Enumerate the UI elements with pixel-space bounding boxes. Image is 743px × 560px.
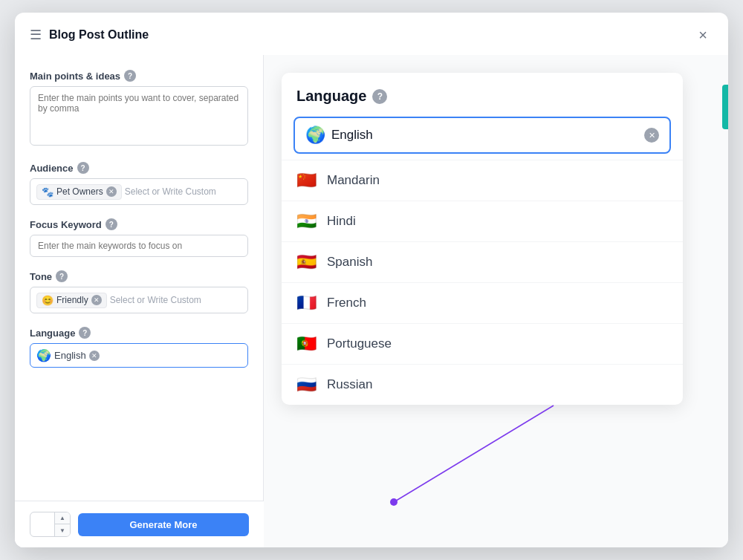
russian-flag: 🇷🇺 [296,375,317,394]
selected-lang-clear[interactable]: ✕ [644,128,659,143]
portuguese-label: Portuguese [327,336,392,351]
language-label: Language ? [30,327,248,339]
audience-tags-input[interactable]: 🐾 Pet Owners ✕ Select or Write Custom [30,178,248,205]
audience-group: Audience ? 🐾 Pet Owners ✕ Select or Writ… [30,162,248,205]
generate-button[interactable]: Generate More [78,513,249,536]
selected-language-box[interactable]: 🌍 English ✕ [293,117,671,154]
right-panel: Language ? 🌍 English ✕ 🇨🇳 Mandarin 🇮🇳 Hi… [264,55,728,547]
tone-tags-input[interactable]: 😊 Friendly ✕ Select or Write Custom [30,287,248,313]
hindi-label: Hindi [327,214,356,229]
tone-tag-label: Friendly [56,295,88,305]
language-field-box[interactable]: 🌍 English ✕ [30,343,248,368]
language-dropdown: Language ? 🌍 English ✕ 🇨🇳 Mandarin 🇮🇳 Hi… [282,73,683,405]
audience-help-icon[interactable]: ? [77,162,89,174]
tone-placeholder: Select or Write Custom [110,295,201,305]
teal-accent-bar [722,85,728,129]
lang-item-russian[interactable]: 🇷🇺 Russian [282,364,683,405]
main-points-textarea[interactable] [30,86,248,146]
lang-item-mandarin[interactable]: 🇨🇳 Mandarin [282,160,683,201]
language-help-icon[interactable]: ? [79,327,91,339]
count-input[interactable]: 1 [30,519,54,530]
stepper-buttons: ▲ ▼ [54,512,70,537]
audience-tag-label: Pet Owners [56,186,103,197]
modal-header: ☰ Blog Post Outline × [15,13,728,58]
count-stepper[interactable]: 1 ▲ ▼ [30,512,71,537]
audience-placeholder: Select or Write Custom [125,186,216,197]
russian-label: Russian [327,377,372,392]
lang-item-french[interactable]: 🇫🇷 French [282,282,683,323]
close-button[interactable]: × [692,25,713,45]
tone-label: Tone ? [30,270,248,282]
modal-title-group: ☰ Blog Post Outline [30,27,149,43]
svg-line-0 [394,406,554,502]
dropdown-help-icon[interactable]: ? [372,89,387,104]
stepper-up-button[interactable]: ▲ [55,512,70,524]
list-icon: ☰ [30,27,42,43]
language-tag-label: English [54,350,86,361]
stepper-down-button[interactable]: ▼ [55,524,70,537]
language-tag-remove[interactable]: ✕ [89,351,100,361]
spanish-label: Spanish [327,255,372,270]
hindi-flag: 🇮🇳 [296,212,317,231]
selected-lang-name: English [331,128,638,143]
lang-item-portuguese[interactable]: 🇵🇹 Portuguese [282,323,683,364]
tone-tag-remove[interactable]: ✕ [91,295,102,305]
left-panel: Main points & ideas ? Audience ? 🐾 Pet O… [15,55,264,547]
language-list: 🇨🇳 Mandarin 🇮🇳 Hindi 🇪🇸 Spanish 🇫🇷 Frenc… [282,160,683,405]
audience-label: Audience ? [30,162,248,174]
dropdown-header: Language ? [282,73,683,117]
tone-group: Tone ? 😊 Friendly ✕ Select or Write Cust… [30,270,248,313]
lang-item-spanish[interactable]: 🇪🇸 Spanish [282,241,683,282]
lang-item-hindi[interactable]: 🇮🇳 Hindi [282,201,683,241]
portuguese-flag: 🇵🇹 [296,334,317,354]
mandarin-flag: 🇨🇳 [296,171,317,190]
main-points-group: Main points & ideas ? [30,70,248,149]
main-points-help-icon[interactable]: ? [124,70,136,82]
svg-point-1 [390,498,398,506]
focus-keyword-input[interactable] [30,235,248,257]
audience-tag: 🐾 Pet Owners ✕ [36,184,122,200]
main-points-label: Main points & ideas ? [30,70,248,82]
selected-lang-emoji: 🌍 [305,126,325,145]
tone-tag: 😊 Friendly ✕ [36,293,107,308]
language-tag-emoji: 🌍 [36,348,51,362]
modal: ☰ Blog Post Outline × Main points & idea… [15,13,728,547]
dropdown-title: Language [296,88,366,105]
focus-keyword-help-icon[interactable]: ? [106,218,117,230]
french-flag: 🇫🇷 [296,293,317,313]
focus-keyword-group: Focus Keyword ? [30,218,248,257]
mandarin-label: Mandarin [327,173,380,188]
modal-title: Blog Post Outline [49,28,149,42]
tone-help-icon[interactable]: ? [56,270,68,282]
focus-keyword-label: Focus Keyword ? [30,218,248,230]
language-group: Language ? 🌍 English ✕ [30,327,248,368]
spanish-flag: 🇪🇸 [296,253,317,272]
bottom-bar: 1 ▲ ▼ Generate More [15,501,264,547]
audience-tag-remove[interactable]: ✕ [106,186,117,197]
tone-tag-icon: 😊 [42,295,53,306]
audience-tag-icon: 🐾 [42,186,53,198]
french-label: French [327,296,366,310]
